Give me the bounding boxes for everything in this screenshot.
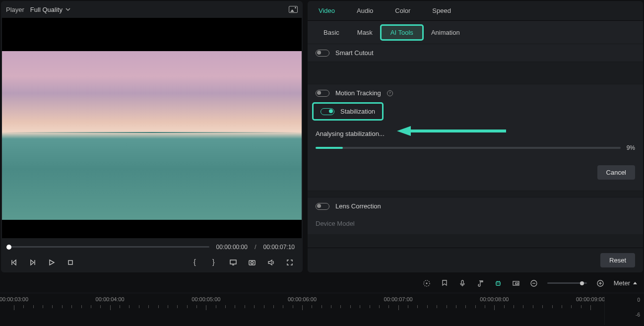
timeline-tools: Meter xyxy=(0,273,644,293)
sub-tabs: Basic Mask AI Tools Animation xyxy=(308,21,643,44)
cancel-button[interactable]: Cancel xyxy=(597,165,635,180)
svg-text:{: { xyxy=(193,259,196,266)
timeline-ruler[interactable]: 00:00:03:0000:00:04:0000:00:05:0000:00:0… xyxy=(0,293,644,325)
stabilization-toggle[interactable] xyxy=(321,108,334,115)
tick-label: 00:00:03:00 xyxy=(0,296,28,302)
progress-percent: 9% xyxy=(627,144,635,151)
main-tabs: Video Audio Color Speed xyxy=(308,1,643,21)
tab-video[interactable]: Video xyxy=(308,1,346,20)
render-icon[interactable] xyxy=(422,279,431,288)
info-icon[interactable]: ? xyxy=(387,90,393,96)
duration: 00:00:07:10 xyxy=(263,244,295,251)
svg-rect-3 xyxy=(230,260,236,264)
quality-value: Full Quality xyxy=(30,6,63,13)
tick-label: 00:00:05:00 xyxy=(192,296,220,302)
svg-point-12 xyxy=(497,283,498,284)
picture-icon[interactable] xyxy=(289,6,298,13)
prev-frame-button[interactable] xyxy=(9,258,19,267)
volume-button[interactable] xyxy=(266,258,276,267)
scrub-thumb[interactable] xyxy=(6,245,11,250)
player-header: Player Full Quality xyxy=(1,1,303,18)
stabilization-label: Stabilization xyxy=(340,108,375,115)
svg-rect-11 xyxy=(496,282,500,285)
subtab-mask[interactable]: Mask xyxy=(348,26,382,39)
progress-bar xyxy=(316,147,621,149)
svg-point-5 xyxy=(251,261,254,264)
scrub-slider[interactable] xyxy=(9,246,209,248)
subtab-animation[interactable]: Animation xyxy=(422,26,469,39)
feature-stabilization: Stabilization xyxy=(314,104,382,119)
mark-out-button[interactable]: } xyxy=(209,258,219,267)
video-frame xyxy=(2,51,302,220)
snapshot-button[interactable] xyxy=(247,258,257,267)
tick-label: 00:00:09:00 xyxy=(576,296,605,302)
feature-motion-tracking: Motion Tracking ? xyxy=(308,84,643,102)
stop-button[interactable] xyxy=(65,258,75,267)
subtab-ai-tools[interactable]: AI Tools xyxy=(382,26,422,39)
lens-correction-label: Lens Correction xyxy=(335,202,381,210)
properties-panel: Video Audio Color Speed Basic Mask AI To… xyxy=(308,1,643,272)
tick-label: 00:00:08:00 xyxy=(480,296,509,302)
quality-dropdown[interactable]: Full Quality xyxy=(30,6,70,13)
smart-cutout-label: Smart Cutout xyxy=(335,49,374,57)
feature-lens-correction: Lens Correction xyxy=(308,197,643,215)
meter-scale-0: 0 xyxy=(637,297,640,303)
meter-scale-1: -6 xyxy=(636,312,640,318)
svg-rect-10 xyxy=(461,280,463,284)
mark-in-button[interactable]: { xyxy=(191,258,200,267)
tick-label: 00:00:04:00 xyxy=(96,296,125,302)
screen-icon[interactable] xyxy=(228,258,238,267)
player-panel: Player Full Quality 00:00:00:00 / 00:00:… xyxy=(1,1,303,272)
lens-correction-toggle[interactable] xyxy=(316,203,329,210)
zoom-out-button[interactable] xyxy=(529,279,538,288)
tab-audio[interactable]: Audio xyxy=(346,1,384,20)
video-preview[interactable] xyxy=(2,18,302,238)
fullscreen-button[interactable] xyxy=(285,258,295,267)
analysis-block: Analysing stabilization... 9% xyxy=(308,121,643,156)
play-button[interactable] xyxy=(47,258,57,267)
triangle-up-icon xyxy=(633,281,637,285)
marker-icon[interactable] xyxy=(440,279,449,288)
device-model-row: Device Model xyxy=(308,215,643,234)
motion-tracking-label: Motion Tracking xyxy=(335,89,381,97)
feature-smart-cutout: Smart Cutout xyxy=(308,44,643,62)
svg-marker-7 xyxy=(397,126,411,136)
svg-rect-0 xyxy=(68,261,72,264)
progress-fill xyxy=(316,147,343,149)
zoom-in-button[interactable] xyxy=(596,279,605,288)
svg-rect-15 xyxy=(515,283,518,284)
tick-label: 00:00:06:00 xyxy=(288,296,317,302)
meter-panel: 0 -6 xyxy=(604,296,644,325)
motion-tracking-toggle[interactable] xyxy=(316,90,329,97)
svg-point-13 xyxy=(498,283,499,284)
smart-cutout-toggle[interactable] xyxy=(316,50,329,57)
music-icon[interactable] xyxy=(476,279,485,288)
player-controls: 00:00:00:00 / 00:00:07:10 { } xyxy=(1,238,303,272)
device-model-label: Device Model xyxy=(316,220,355,227)
player-label: Player xyxy=(6,6,24,13)
tick-label: 00:00:07:00 xyxy=(384,296,413,302)
tab-color[interactable]: Color xyxy=(384,1,421,20)
reset-button[interactable]: Reset xyxy=(600,253,635,267)
subtab-basic[interactable]: Basic xyxy=(315,26,348,39)
mic-icon[interactable] xyxy=(458,279,467,288)
next-frame-button[interactable] xyxy=(28,258,38,267)
current-time: 00:00:00:00 xyxy=(216,244,248,251)
tab-speed[interactable]: Speed xyxy=(421,1,462,20)
aspect-icon[interactable] xyxy=(512,279,520,288)
svg-point-9 xyxy=(426,282,427,284)
chevron-down-icon xyxy=(65,7,70,12)
meter-label: Meter xyxy=(614,279,630,287)
svg-text:}: } xyxy=(212,259,215,266)
zoom-slider[interactable] xyxy=(547,282,587,284)
meter-toggle[interactable]: Meter xyxy=(614,279,637,287)
panel-body: Smart Cutout Motion Tracking ? Stabiliza… xyxy=(308,44,643,248)
timeline: Meter 00:00:03:0000:00:04:0000:00:05:000… xyxy=(0,273,644,325)
arrow-annotation-icon xyxy=(397,126,506,136)
ai-icon[interactable] xyxy=(494,279,503,288)
time-separator: / xyxy=(255,243,257,251)
